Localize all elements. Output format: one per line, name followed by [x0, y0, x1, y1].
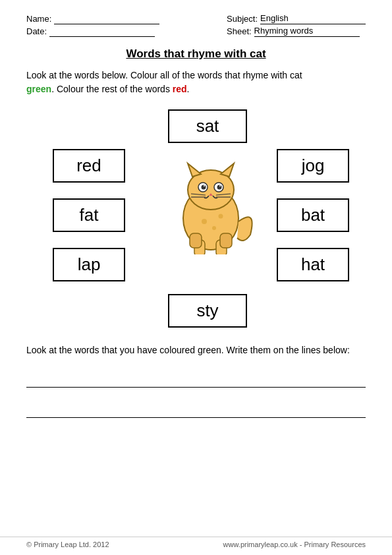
subject-field: Subject: English: [227, 13, 366, 24]
svg-marker-3: [221, 163, 234, 177]
word-sty: sty: [196, 301, 218, 320]
sheet-value: Rhyming words: [254, 26, 360, 37]
svg-rect-20: [190, 233, 202, 248]
bottom-instructions: Look at the words that you have coloured…: [26, 343, 366, 357]
word-area: sat red jog: [26, 103, 366, 334]
date-line: [49, 26, 155, 37]
footer: © Primary Leap Ltd. 2012 www.primaryleap…: [0, 537, 392, 548]
date-label: Date:: [26, 26, 47, 36]
writing-line-1: [26, 369, 366, 388]
svg-point-8: [217, 185, 222, 190]
header: Name: Date: Subject: English Sheet: Rhym…: [26, 13, 366, 37]
word-fat: fat: [80, 205, 99, 225]
writing-line-2: [26, 399, 366, 418]
page: Name: Date: Subject: English Sheet: Rhym…: [0, 0, 392, 555]
sheet-field: Sheet: Rhyming words: [227, 26, 366, 37]
title-section: Words that rhyme with cat: [26, 47, 366, 61]
bottom-instructions-text: Look at the words that you have coloured…: [26, 345, 350, 355]
word-hat: hat: [301, 254, 325, 274]
instructions-line2-end: .: [187, 84, 190, 94]
word-box-bat: bat: [277, 198, 349, 232]
svg-point-17: [219, 214, 223, 219]
word-box-red: red: [53, 149, 125, 183]
name-label: Name:: [26, 14, 51, 24]
instructions: Look at the words below. Colour all of t…: [26, 69, 366, 96]
sheet-label: Sheet:: [227, 26, 252, 36]
subject-value: English: [260, 13, 366, 24]
word-box-jog: jog: [277, 149, 349, 183]
word-box-fat: fat: [53, 198, 125, 232]
green-word: green: [26, 84, 51, 94]
word-red: red: [76, 156, 101, 175]
footer-right: www.primaryleap.co.uk - Primary Resource…: [223, 540, 366, 548]
header-right: Subject: English Sheet: Rhyming words: [227, 13, 366, 37]
name-field: Name:: [26, 13, 159, 24]
subject-label: Subject:: [227, 14, 258, 24]
name-line: [54, 13, 159, 24]
red-word: red: [173, 84, 187, 94]
word-box-sat: sat: [168, 109, 247, 143]
word-jog: jog: [302, 156, 325, 175]
word-box-lap: lap: [53, 248, 125, 281]
cat-illustration: [165, 142, 257, 248]
word-bat: bat: [301, 205, 325, 225]
footer-left: © Primary Leap Ltd. 2012: [26, 540, 109, 548]
word-lap: lap: [78, 254, 101, 274]
svg-point-5: [202, 185, 206, 190]
svg-point-9: [219, 185, 221, 187]
instructions-line2: . Colour the rest of the words: [51, 84, 173, 94]
svg-marker-2: [188, 163, 201, 177]
date-field: Date:: [26, 26, 159, 37]
svg-point-6: [204, 185, 205, 187]
header-left: Name: Date:: [26, 13, 159, 37]
svg-point-15: [202, 219, 207, 224]
word-box-hat: hat: [277, 248, 349, 281]
writing-lines: [26, 369, 366, 418]
word-sat: sat: [196, 116, 219, 136]
page-title: Words that rhyme with cat: [126, 47, 266, 60]
svg-point-16: [212, 226, 216, 230]
instructions-line1: Look at the words below. Colour all of t…: [26, 70, 302, 80]
word-box-sty: sty: [168, 294, 247, 328]
svg-rect-21: [220, 233, 232, 248]
